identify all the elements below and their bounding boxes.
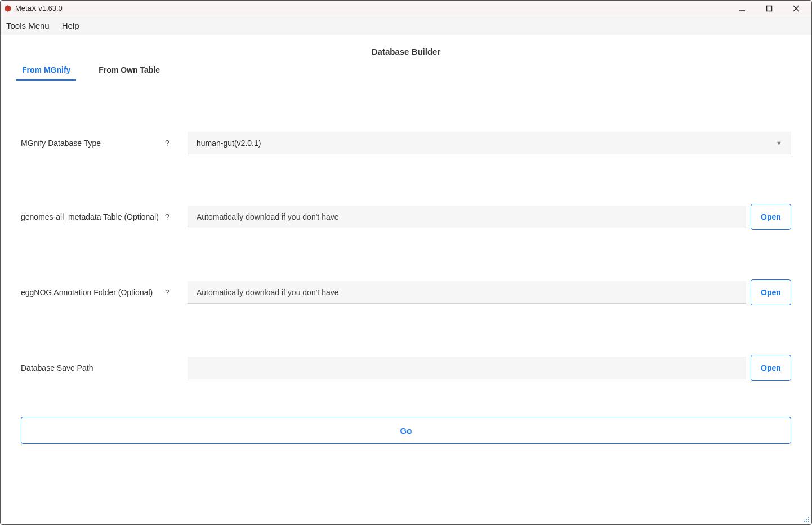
label-metadata: genomes-all_metadata Table (Optional)	[21, 212, 165, 221]
content-area: Database Builder From MGnify From Own Ta…	[1, 35, 811, 524]
form-area: MGnify Database Type ? human-gut(v2.0.1)…	[1, 80, 811, 381]
help-eggnog[interactable]: ?	[165, 288, 188, 297]
select-db-type-value: human-gut(v2.0.1)	[197, 139, 261, 148]
svg-point-8	[804, 521, 805, 522]
window-controls	[734, 2, 808, 15]
svg-point-9	[806, 521, 807, 522]
input-save-path[interactable]	[188, 357, 746, 379]
svg-rect-2	[767, 6, 772, 11]
go-button[interactable]: Go	[21, 417, 791, 444]
label-eggnog: eggNOG Annotation Folder (Optional)	[21, 288, 165, 297]
open-metadata-button[interactable]: Open	[751, 204, 791, 230]
open-eggnog-button[interactable]: Open	[751, 279, 791, 305]
minimize-button[interactable]	[734, 2, 751, 15]
menu-help[interactable]: Help	[60, 19, 82, 33]
maximize-button[interactable]	[761, 2, 778, 15]
close-button[interactable]	[788, 2, 805, 15]
go-row: Go	[1, 417, 811, 444]
titlebar: MetaX v1.63.0	[1, 1, 811, 16]
row-eggnog: eggNOG Annotation Folder (Optional) ? Op…	[21, 279, 791, 305]
input-metadata-path[interactable]	[188, 206, 746, 228]
select-db-type[interactable]: human-gut(v2.0.1) ▼	[188, 132, 791, 154]
page-title: Database Builder	[1, 35, 811, 62]
window-title: MetaX v1.63.0	[15, 4, 63, 12]
app-icon	[4, 5, 12, 12]
chevron-down-icon: ▼	[776, 140, 782, 146]
open-save-path-button[interactable]: Open	[751, 355, 791, 381]
row-save-path: Database Save Path Open	[21, 355, 791, 381]
row-db-type: MGnify Database Type ? human-gut(v2.0.1)…	[21, 132, 791, 154]
menubar: Tools Menu Help	[1, 16, 811, 35]
svg-point-5	[808, 517, 809, 518]
resize-grip-icon[interactable]	[801, 514, 810, 523]
help-db-type[interactable]: ?	[165, 139, 188, 148]
tabs: From MGnify From Own Table	[1, 62, 811, 80]
svg-point-10	[808, 521, 809, 522]
label-db-type: MGnify Database Type	[21, 139, 165, 148]
svg-point-6	[806, 519, 807, 520]
label-save-path: Database Save Path	[21, 363, 165, 372]
svg-marker-0	[5, 5, 11, 12]
input-eggnog-path[interactable]	[188, 281, 746, 304]
tab-from-own-table[interactable]: From Own Table	[93, 62, 166, 80]
help-metadata[interactable]: ?	[165, 212, 188, 221]
app-window: MetaX v1.63.0 Tools Menu Help Database B…	[0, 0, 812, 525]
row-metadata: genomes-all_metadata Table (Optional) ? …	[21, 204, 791, 230]
svg-point-7	[808, 519, 809, 520]
menu-tools[interactable]: Tools Menu	[4, 19, 52, 33]
tab-from-mgnify[interactable]: From MGnify	[16, 62, 76, 80]
